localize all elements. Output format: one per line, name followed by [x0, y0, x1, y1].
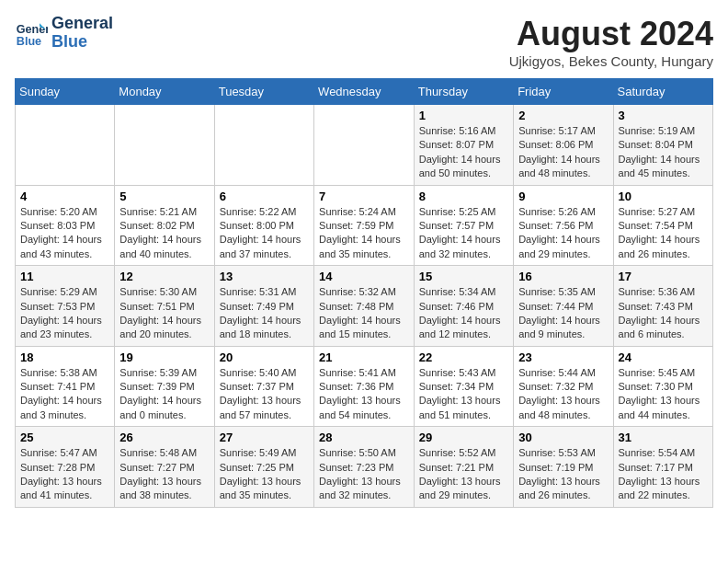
day-number: 20 [220, 350, 309, 364]
calendar-subtitle: Ujkigyos, Bekes County, Hungary [509, 53, 713, 69]
day-info: Sunrise: 5:35 AM Sunset: 7:44 PM Dayligh… [518, 285, 608, 342]
day-info: Sunrise: 5:44 AM Sunset: 7:32 PM Dayligh… [518, 366, 608, 423]
calendar-cell: 2Sunrise: 5:17 AM Sunset: 8:06 PM Daylig… [514, 105, 613, 186]
day-number: 23 [518, 350, 608, 364]
calendar-cell: 11Sunrise: 5:29 AM Sunset: 7:53 PM Dayli… [16, 266, 115, 347]
day-number: 19 [119, 350, 209, 364]
calendar-cell: 13Sunrise: 5:31 AM Sunset: 7:49 PM Dayli… [214, 266, 313, 347]
day-info: Sunrise: 5:39 AM Sunset: 7:39 PM Dayligh… [119, 366, 209, 423]
day-number: 2 [518, 109, 608, 122]
calendar-cell: 24Sunrise: 5:45 AM Sunset: 7:30 PM Dayli… [613, 346, 712, 427]
day-number: 14 [319, 270, 409, 283]
calendar-header: SundayMondayTuesdayWednesdayThursdayFrid… [16, 79, 713, 105]
day-number: 28 [319, 431, 409, 444]
calendar-cell: 17Sunrise: 5:36 AM Sunset: 7:43 PM Dayli… [613, 266, 712, 347]
day-info: Sunrise: 5:43 AM Sunset: 7:34 PM Dayligh… [419, 366, 508, 423]
day-info: Sunrise: 5:19 AM Sunset: 8:04 PM Dayligh… [619, 124, 708, 181]
calendar-cell: 21Sunrise: 5:41 AM Sunset: 7:36 PM Dayli… [314, 346, 415, 427]
header-day-sunday: Sunday [16, 79, 115, 105]
calendar-title: August 2024 [509, 15, 713, 53]
day-info: Sunrise: 5:49 AM Sunset: 7:25 PM Dayligh… [220, 446, 309, 503]
day-info: Sunrise: 5:16 AM Sunset: 8:07 PM Dayligh… [419, 124, 508, 181]
day-number: 4 [20, 190, 109, 203]
day-number: 1 [419, 109, 508, 122]
header-day-wednesday: Wednesday [314, 79, 415, 105]
calendar-table: SundayMondayTuesdayWednesdayThursdayFrid… [15, 78, 713, 508]
logo: General Blue General Blue [15, 15, 113, 52]
day-number: 30 [518, 431, 608, 444]
calendar-cell: 30Sunrise: 5:53 AM Sunset: 7:19 PM Dayli… [514, 427, 613, 508]
calendar-cell: 19Sunrise: 5:39 AM Sunset: 7:39 PM Dayli… [115, 346, 214, 427]
day-number: 31 [619, 431, 708, 444]
day-number: 11 [20, 270, 109, 283]
calendar-cell: 28Sunrise: 5:50 AM Sunset: 7:23 PM Dayli… [314, 427, 415, 508]
day-info: Sunrise: 5:45 AM Sunset: 7:30 PM Dayligh… [619, 366, 708, 423]
day-info: Sunrise: 5:26 AM Sunset: 7:56 PM Dayligh… [518, 205, 608, 262]
calendar-cell: 10Sunrise: 5:27 AM Sunset: 7:54 PM Dayli… [613, 185, 712, 266]
day-info: Sunrise: 5:21 AM Sunset: 8:02 PM Dayligh… [119, 205, 209, 262]
day-number: 15 [419, 270, 508, 283]
day-number: 26 [119, 431, 209, 444]
calendar-cell: 29Sunrise: 5:52 AM Sunset: 7:21 PM Dayli… [414, 427, 513, 508]
day-info: Sunrise: 5:50 AM Sunset: 7:23 PM Dayligh… [319, 446, 409, 503]
day-number: 8 [419, 190, 508, 203]
page-header: General Blue General Blue August 2024 Uj… [15, 15, 713, 69]
svg-text:Blue: Blue [17, 34, 41, 47]
day-number: 16 [518, 270, 608, 283]
day-info: Sunrise: 5:52 AM Sunset: 7:21 PM Dayligh… [419, 446, 508, 503]
day-info: Sunrise: 5:32 AM Sunset: 7:48 PM Dayligh… [319, 285, 409, 342]
week-row-1: 1Sunrise: 5:16 AM Sunset: 8:07 PM Daylig… [16, 105, 713, 186]
calendar-cell: 22Sunrise: 5:43 AM Sunset: 7:34 PM Dayli… [414, 346, 513, 427]
header-day-tuesday: Tuesday [214, 79, 313, 105]
day-number: 22 [419, 350, 508, 364]
week-row-5: 25Sunrise: 5:47 AM Sunset: 7:28 PM Dayli… [16, 427, 713, 508]
day-number: 3 [619, 109, 708, 122]
day-number: 7 [319, 190, 409, 203]
day-info: Sunrise: 5:27 AM Sunset: 7:54 PM Dayligh… [619, 205, 708, 262]
calendar-cell: 3Sunrise: 5:19 AM Sunset: 8:04 PM Daylig… [613, 105, 712, 186]
header-day-monday: Monday [115, 79, 214, 105]
calendar-cell: 8Sunrise: 5:25 AM Sunset: 7:57 PM Daylig… [414, 185, 513, 266]
day-number: 13 [220, 270, 309, 283]
calendar-cell: 16Sunrise: 5:35 AM Sunset: 7:44 PM Dayli… [514, 266, 613, 347]
calendar-cell [214, 105, 313, 186]
day-info: Sunrise: 5:31 AM Sunset: 7:49 PM Dayligh… [220, 285, 309, 342]
calendar-cell: 27Sunrise: 5:49 AM Sunset: 7:25 PM Dayli… [214, 427, 313, 508]
day-info: Sunrise: 5:30 AM Sunset: 7:51 PM Dayligh… [119, 285, 209, 342]
calendar-cell: 18Sunrise: 5:38 AM Sunset: 7:41 PM Dayli… [16, 346, 115, 427]
calendar-cell [16, 105, 115, 186]
logo-text: General Blue [51, 15, 113, 52]
day-info: Sunrise: 5:48 AM Sunset: 7:27 PM Dayligh… [119, 446, 209, 503]
calendar-cell: 15Sunrise: 5:34 AM Sunset: 7:46 PM Dayli… [414, 266, 513, 347]
logo-icon: General Blue [15, 17, 48, 50]
day-number: 18 [20, 350, 109, 364]
day-number: 29 [419, 431, 508, 444]
header-day-saturday: Saturday [613, 79, 712, 105]
calendar-cell: 20Sunrise: 5:40 AM Sunset: 7:37 PM Dayli… [214, 346, 313, 427]
calendar-cell: 31Sunrise: 5:54 AM Sunset: 7:17 PM Dayli… [613, 427, 712, 508]
day-info: Sunrise: 5:20 AM Sunset: 8:03 PM Dayligh… [20, 205, 109, 262]
day-info: Sunrise: 5:40 AM Sunset: 7:37 PM Dayligh… [220, 366, 309, 423]
day-number: 24 [619, 350, 708, 364]
calendar-cell: 1Sunrise: 5:16 AM Sunset: 8:07 PM Daylig… [414, 105, 513, 186]
calendar-body: 1Sunrise: 5:16 AM Sunset: 8:07 PM Daylig… [16, 105, 713, 508]
calendar-cell: 4Sunrise: 5:20 AM Sunset: 8:03 PM Daylig… [16, 185, 115, 266]
day-info: Sunrise: 5:47 AM Sunset: 7:28 PM Dayligh… [20, 446, 109, 503]
day-info: Sunrise: 5:38 AM Sunset: 7:41 PM Dayligh… [20, 366, 109, 423]
day-number: 21 [319, 350, 409, 364]
day-number: 10 [619, 190, 708, 203]
calendar-cell [314, 105, 415, 186]
calendar-cell: 9Sunrise: 5:26 AM Sunset: 7:56 PM Daylig… [514, 185, 613, 266]
header-row: SundayMondayTuesdayWednesdayThursdayFrid… [16, 79, 713, 105]
day-info: Sunrise: 5:29 AM Sunset: 7:53 PM Dayligh… [20, 285, 109, 342]
day-number: 12 [119, 270, 209, 283]
title-block: August 2024 Ujkigyos, Bekes County, Hung… [509, 15, 713, 69]
calendar-cell [115, 105, 214, 186]
calendar-cell: 23Sunrise: 5:44 AM Sunset: 7:32 PM Dayli… [514, 346, 613, 427]
day-number: 27 [220, 431, 309, 444]
week-row-3: 11Sunrise: 5:29 AM Sunset: 7:53 PM Dayli… [16, 266, 713, 347]
calendar-cell: 26Sunrise: 5:48 AM Sunset: 7:27 PM Dayli… [115, 427, 214, 508]
day-info: Sunrise: 5:54 AM Sunset: 7:17 PM Dayligh… [619, 446, 708, 503]
day-info: Sunrise: 5:36 AM Sunset: 7:43 PM Dayligh… [619, 285, 708, 342]
day-number: 9 [518, 190, 608, 203]
